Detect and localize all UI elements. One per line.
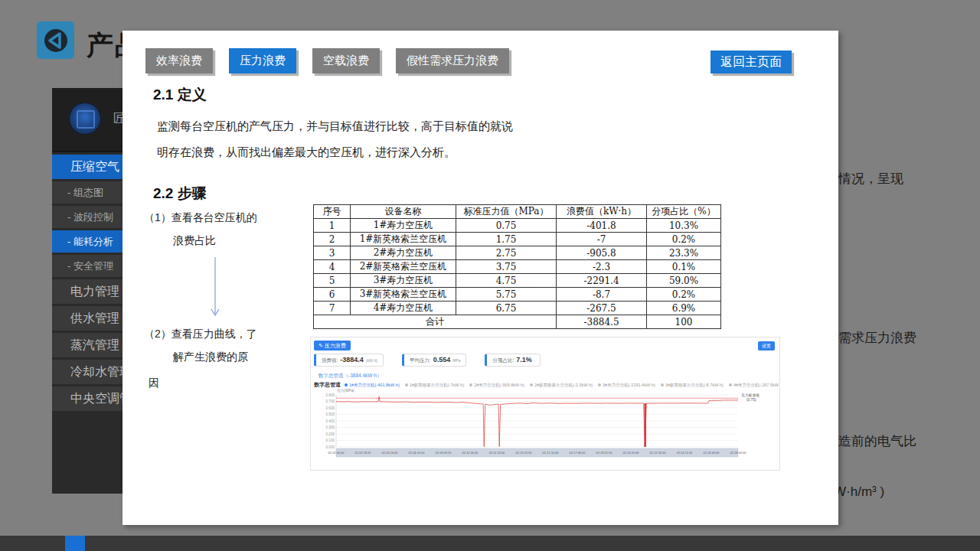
step-2-line-3: 因 <box>149 377 159 390</box>
cell: 1 <box>314 219 351 233</box>
cell: 0.1% <box>647 260 721 274</box>
cell: -401.8 <box>557 219 647 233</box>
cell: 3#寿力空压机 <box>351 274 456 288</box>
cell: -2291.4 <box>557 274 647 288</box>
main-pipeline-link: 数字总管道（-3884.4kW·h） <box>318 373 382 380</box>
svg-text:0.700: 0.700 <box>326 399 335 403</box>
cell: 5 <box>314 274 351 288</box>
back-badge-button[interactable] <box>37 21 74 59</box>
table-row: 42#新英格索兰空压机3.75-2.30.1% <box>314 260 721 274</box>
cell: 5.75 <box>456 288 557 302</box>
svg-text:02-10 00:40: 02-10 00:40 <box>462 451 479 455</box>
svg-text:0.800: 0.800 <box>326 393 335 397</box>
legend-label: 2#寿力空压机(-905.8kW·h) <box>474 383 524 388</box>
cell: 3#新英格索兰空压机 <box>351 288 456 302</box>
screenshot-tab-pressure-waste: ✎ 压力浪费 <box>314 341 351 350</box>
legend-item: 2#新英格索兰空压机(-2.3kW·h) <box>530 383 593 388</box>
step-2-line-2: 解产生浪费的原 <box>173 350 248 364</box>
legend-label: 1#寿力空压机(-401.8kW·h) <box>349 383 400 388</box>
legend-label: 2#新英格索兰空压机(-2.3kW·h) <box>534 383 593 388</box>
cell: 7 <box>314 302 351 315</box>
svg-text:0.200: 0.200 <box>326 432 335 436</box>
total-label: 合计 <box>314 315 557 329</box>
cell: 6 <box>314 288 351 302</box>
table-row: 74#寿力空压机6.75-267.56.9% <box>314 302 721 315</box>
svg-text:02-04 14:40: 02-04 14:40 <box>382 451 399 455</box>
total-waste: -3884.5 <box>557 315 647 329</box>
cell: -8.7 <box>557 288 647 302</box>
cell: 1.75 <box>456 233 557 246</box>
svg-text:02-19 01:20: 02-19 01:20 <box>596 451 613 455</box>
legend-item: 1#新英格索兰空压机(-7kW·h) <box>405 383 465 388</box>
waste-table: 序号 设备名称 标准压力值（MPa） 浪费值（kW·h） 分项占比（%） 11#… <box>313 204 721 329</box>
tab-pressure-waste[interactable]: 压力浪费 <box>229 48 296 73</box>
cell: 4 <box>314 260 351 274</box>
stat-value: -3884.4 <box>340 356 364 364</box>
cell: -905.8 <box>557 246 647 260</box>
cell: 0.75 <box>456 219 557 233</box>
cell: 6.9% <box>647 302 721 315</box>
stat-avg-pressure: 平均压力: 0.554 MPa <box>402 354 467 367</box>
return-main-button[interactable]: 返回主页面 <box>710 51 792 73</box>
legend-dot-icon <box>469 383 472 386</box>
stat-unit: (kW·h) <box>366 358 377 363</box>
legend-dot-icon <box>405 383 408 386</box>
definition-line-2: 明存在浪费，从而找出偏差最大的空压机，进行深入分析。 <box>157 139 570 165</box>
tab-efficiency-waste[interactable]: 效率浪费 <box>145 48 213 73</box>
legend-dot-icon <box>530 383 533 386</box>
cell: -2.3 <box>557 260 647 274</box>
cell: 10.3% <box>647 219 721 233</box>
stat-value: 0.554 <box>433 356 451 364</box>
svg-text:0.000: 0.000 <box>326 445 335 449</box>
cell: 1#寿力空压机 <box>351 219 456 233</box>
stat-unit: MPa <box>452 358 460 363</box>
cell: 2#寿力空压机 <box>351 246 456 260</box>
tab-idle-waste[interactable]: 空载浪费 <box>312 48 380 73</box>
svg-text:02-06 10:00: 02-06 10:00 <box>409 451 426 455</box>
app-logo-icon <box>69 103 101 135</box>
bottom-bar <box>0 536 980 551</box>
clipped-text-1: 情况，呈现 <box>838 170 903 187</box>
svg-text:(0.75): (0.75) <box>746 398 756 402</box>
cell: 59.0% <box>647 274 721 288</box>
stat-label: 浪费值: <box>322 357 338 364</box>
cell: 0.2% <box>647 288 721 302</box>
legend-label: 4#寿力空压机(-267.5kW·h) <box>733 383 780 388</box>
table-row: 32#寿力空压机2.75-905.823.3% <box>314 246 721 260</box>
step-1-line-2: 浪费占比 <box>173 234 216 248</box>
waste-tabs: 效率浪费 压力浪费 空载浪费 假性需求压力浪费 <box>145 48 509 73</box>
svg-text:压力(MPa): 压力(MPa) <box>337 389 354 393</box>
cell: -7 <box>557 233 647 246</box>
legend-item: 4#寿力空压机(-267.5kW·h) <box>729 383 780 388</box>
col-header-waste: 浪费值（kW·h） <box>557 205 647 219</box>
col-header-pressure: 标准压力值（MPa） <box>456 205 557 219</box>
screen: 产品 匠 压缩空气 - 组态图 - 波段控制 - 能耗分析 - 安全管理 电力管… <box>0 0 980 551</box>
table-row: 53#寿力空压机4.75-2291.459.0% <box>314 274 721 288</box>
total-share: 100 <box>647 315 721 329</box>
cell: 23.3% <box>647 246 721 260</box>
cell: 4.75 <box>456 274 557 288</box>
stat-value: 7.1% <box>516 356 532 364</box>
cell: -267.5 <box>557 302 647 315</box>
pressure-curve-screenshot: ✎ 压力浪费 设置 浪费值: -3884.4 (kW·h) 平均压力: 0.55… <box>310 337 780 471</box>
table-total-row: 合计 -3884.5 100 <box>314 315 721 329</box>
clipped-text-4: W·h/m³ ) <box>834 484 884 500</box>
svg-text:02-02 19:20: 02-02 19:20 <box>355 451 372 455</box>
svg-text:02-28 02:00: 02-28 02:00 <box>730 451 747 455</box>
legend-label: 3#新英格索兰空压机(-8.7kW·h) <box>665 383 724 388</box>
legend-dot-icon <box>729 383 732 386</box>
legend-item: 3#新英格索兰空压机(-8.7kW·h) <box>661 383 724 388</box>
stat-waste-value: 浪费值: -3884.4 (kW·h) <box>314 354 384 367</box>
stat-label: 平均压力: <box>410 357 431 364</box>
table-row: 11#寿力空压机0.75-401.810.3% <box>314 219 721 233</box>
legend-dot-icon <box>661 383 664 386</box>
definition-line-1: 监测每台空压机的产气压力，并与目标值进行比较，高于目标值的就说 <box>157 113 570 139</box>
screenshot-settings-button: 设置 <box>758 341 775 350</box>
svg-text:0.300: 0.300 <box>326 425 335 429</box>
legend-label: 3#寿力空压机(-2291.4kW·h) <box>603 383 655 388</box>
svg-text:02-11 20:00: 02-11 20:00 <box>489 451 505 455</box>
content-panel: 效率浪费 压力浪费 空载浪费 假性需求压力浪费 返回主页面 2.1 定义 监测每… <box>122 31 838 525</box>
tab-false-demand-waste[interactable]: 假性需求压力浪费 <box>396 48 509 73</box>
col-header-device: 设备名称 <box>351 205 456 219</box>
cell: 2.75 <box>456 246 557 260</box>
